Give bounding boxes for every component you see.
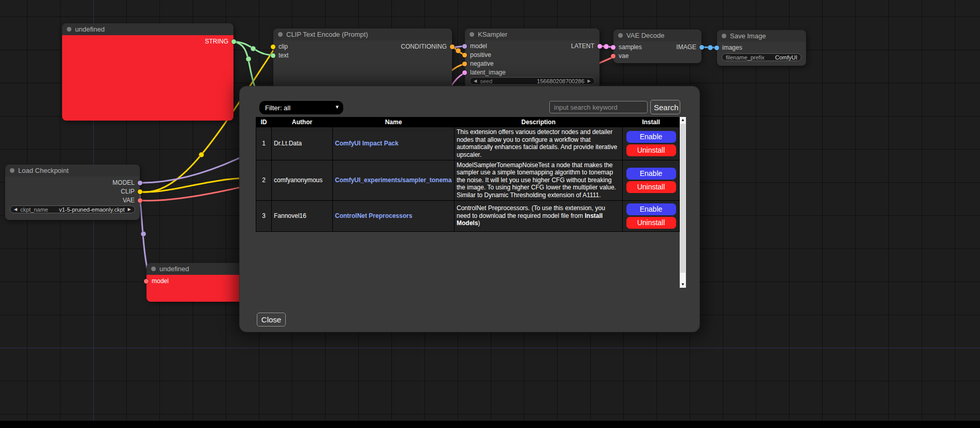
input-slot-vae[interactable]: vae [611,52,628,60]
slot-dot-icon[interactable] [138,189,142,194]
uninstall-button[interactable]: Uninstall [626,217,676,229]
slot-dot-icon[interactable] [450,45,455,49]
description-text: This extension offers various detector n… [457,128,617,158]
input-slot-clip[interactable]: clip [271,43,288,50]
collapse-dot-icon[interactable] [722,34,726,38]
widget-arrow-right-icon[interactable]: ▶ [128,208,131,212]
table-scrollbar[interactable]: ▲ ▼ [680,117,686,288]
cell-id: 3 [256,200,272,231]
node-header[interactable]: KSampler [465,28,599,40]
node-ksampler[interactable]: KSampler model positive negative latent_… [465,28,599,88]
input-slot-negative[interactable]: negative [462,60,493,67]
search-input[interactable] [549,101,648,113]
extension-name-link[interactable]: ControlNet Preprocessors [335,212,452,219]
cell-author: Fannovel16 [272,200,333,231]
enable-button[interactable]: Enable [626,168,676,180]
enable-button[interactable]: Enable [626,131,676,143]
widget-arrow-left-icon[interactable]: ◀ [14,208,17,212]
link-midpoint-dot [708,45,713,50]
slot-dot-icon[interactable] [138,198,142,203]
node-body: STRING [62,35,233,121]
collapse-dot-icon[interactable] [67,27,71,32]
widget-arrow-left-icon[interactable]: ◀ [474,79,477,83]
input-slot-text[interactable]: text [271,52,288,59]
bottom-bar [0,421,980,428]
scrollbar-thumb[interactable] [680,124,685,273]
output-slot-vae[interactable]: VAE [123,197,142,204]
table-row: 1Dr.Lt.DataComfyUI Impact PackThis exten… [256,127,680,160]
slot-dot-icon[interactable] [611,45,616,50]
close-button[interactable]: Close [257,313,286,327]
slot-dot-icon[interactable] [138,181,142,185]
extension-name-link[interactable]: ComfyUI Impact Pack [335,140,452,147]
uninstall-button[interactable]: Uninstall [626,144,676,156]
cell-description: ModelSamplerTonemapNoiseTest a node that… [455,160,623,200]
output-slot-model[interactable]: MODEL [112,179,142,186]
filter-select[interactable]: Filter: all [259,101,343,114]
enable-button[interactable]: Enable [626,203,676,215]
node-vae-decode[interactable]: VAE Decode samples vae IMAGE [613,29,701,63]
slot-dot-icon[interactable] [271,45,275,49]
header-row: ID Author Name Description Install [256,117,680,127]
scroll-up-icon[interactable]: ▲ [680,117,686,123]
output-slot-latent[interactable]: LATENT [571,42,602,50]
link-midpoint-dot [141,231,146,237]
collapse-dot-icon[interactable] [618,33,623,38]
output-slot-clip[interactable]: CLIP [121,188,142,195]
slot-label: negative [470,60,493,67]
input-slot-positive[interactable]: positive [462,51,491,58]
scroll-down-icon[interactable]: ▼ [680,282,686,288]
node-save-image[interactable]: Save Image images filename_prefix ComfyU… [717,30,806,66]
slot-dot-icon[interactable] [597,44,602,49]
node-header[interactable]: Load Checkpoint [5,165,140,176]
slot-dot-icon[interactable] [611,54,616,58]
slot-dot-icon[interactable] [462,62,467,66]
slot-label: IMAGE [676,43,696,51]
node-header[interactable]: CLIP Text Encode (Prompt) [273,28,452,40]
column-header-description: Description [455,117,623,127]
node-title: undefined [159,265,189,273]
slot-label: LATENT [571,42,594,50]
slot-dot-icon[interactable] [462,44,467,49]
input-slot-model[interactable]: model [144,277,169,285]
filename-prefix-widget[interactable]: filename_prefix ComfyUI [722,53,801,61]
slot-label: images [722,44,742,51]
output-slot-conditioning[interactable]: CONDITIONING [401,43,455,50]
extension-name-link[interactable]: ComfyUI_experiments/sampler_tonemap [335,176,452,184]
node-undefined-top[interactable]: undefined STRING [62,23,233,121]
slot-dot-icon[interactable] [144,279,149,284]
widget-name: ckpt_name [20,206,48,213]
table-row: 3Fannovel16ControlNet PreprocessorsContr… [256,200,680,231]
input-slot-images[interactable]: images [714,44,742,51]
node-header[interactable]: VAE Decode [613,29,701,41]
slot-label: model [470,42,487,50]
description-text: ModelSamplerTonemapNoiseTest a node that… [457,161,616,199]
node-header[interactable]: Save Image [717,30,806,42]
slot-dot-icon[interactable] [462,53,467,57]
collapse-dot-icon[interactable] [151,267,156,271]
node-load-checkpoint[interactable]: Load Checkpoint MODEL CLIP VAE ◀ ckpt_na… [5,165,140,220]
ckpt-name-widget[interactable]: ◀ ckpt_name v1-5-pruned-emaonly.ckpt ▶ [10,205,135,213]
extension-table-head: ID Author Name Description Install [256,117,680,127]
input-slot-latent-image[interactable]: latent_image [462,69,506,76]
slot-dot-icon[interactable] [714,46,719,50]
slot-dot-icon[interactable] [462,70,467,75]
slot-dot-icon[interactable] [699,45,704,50]
extension-table-body: 1Dr.Lt.DataComfyUI Impact PackThis exten… [256,127,680,232]
description-text: ) [478,219,480,227]
output-slot-string[interactable]: STRING [205,38,236,45]
output-slot-image[interactable]: IMAGE [676,43,704,51]
collapse-dot-icon[interactable] [10,168,14,173]
input-slot-model[interactable]: model [462,42,487,50]
collapse-dot-icon[interactable] [470,32,474,37]
seed-widget[interactable]: ◀ seed 156680208700286 ▶ [470,77,595,85]
widget-arrow-right-icon[interactable]: ▶ [588,79,591,83]
slot-dot-icon[interactable] [231,39,236,44]
slot-dot-icon[interactable] [271,53,275,58]
uninstall-button[interactable]: Uninstall [626,181,676,193]
input-slot-samples[interactable]: samples [611,43,642,51]
node-header[interactable]: undefined [62,23,233,35]
collapse-dot-icon[interactable] [278,32,283,37]
search-button[interactable]: Search [650,100,680,114]
widget-name: seed [480,78,492,84]
